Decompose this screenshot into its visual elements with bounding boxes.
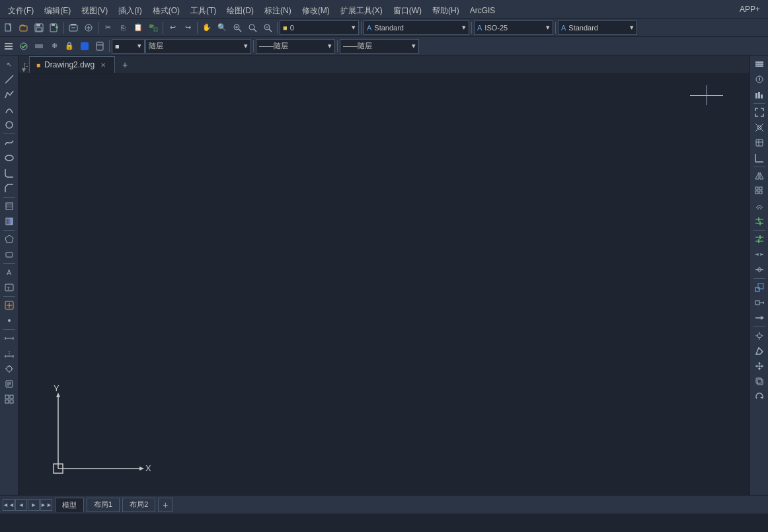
region-button[interactable] [2,232,17,247]
rt-explode-button[interactable] [752,328,767,343]
chamfer-button[interactable] [2,181,17,196]
new-button[interactable] [1,20,16,35]
menu-app[interactable]: APP+ [734,3,765,15]
layer-state-button[interactable] [17,39,31,54]
mtext-button[interactable]: T [2,280,17,295]
plot-button[interactable] [66,20,81,35]
open-button[interactable] [17,20,31,35]
zoom-realtime[interactable] [230,20,245,35]
layout2-tab[interactable]: 布局2 [122,498,155,512]
rt-chart-button[interactable] [752,87,767,102]
rt-lengthen-button[interactable] [752,311,767,325]
menu-view[interactable]: 视图(V) [76,0,113,19]
add-layout-button[interactable]: + [158,498,173,512]
fillet-button[interactable] [2,166,17,180]
layout1-tab[interactable]: 布局1 [87,498,120,512]
select-button[interactable]: ↖ [2,57,17,71]
menu-edit[interactable]: 编辑(E) [39,0,76,19]
text-button[interactable]: A [2,265,17,280]
rt-recover-button[interactable] [752,135,767,150]
rt-break-button[interactable] [752,247,767,262]
layer-freeze-button[interactable]: ❄ [47,39,61,54]
measure-button[interactable] [2,331,17,346]
rt-extend-button[interactable] [752,232,767,247]
zoom-button[interactable]: 🔍 [215,20,229,35]
polyline-button[interactable] [2,87,17,102]
hatch-button[interactable] [2,199,17,213]
menu-exttools[interactable]: 扩展工具(X) [335,0,388,19]
pan-button[interactable]: ✋ [200,20,214,35]
publish-button[interactable] [81,20,96,35]
line-button[interactable] [2,72,17,87]
matchprop-button[interactable] [146,20,161,35]
menu-tools[interactable]: 工具(T) [185,0,221,19]
layer-dropdown2[interactable]: 随层 ▾ [145,39,251,54]
standard-dropdown[interactable]: A Standard ▾ [558,20,637,35]
insert-block-button[interactable] [2,298,17,313]
dimension-button[interactable] [2,346,17,361]
grid-button[interactable] [2,392,17,406]
canvas-area[interactable]: ▼ ■ Drawing2.dwg ✕ + [-] [俯视] [二维线框] [WC… [19,56,749,495]
iso-dropdown[interactable]: A ISO-25 ▾ [474,20,553,35]
style-dropdown[interactable]: A Standard ▾ [364,20,469,35]
layer-dropdown[interactable]: ■ 0 ▾ [280,20,359,35]
redo-button[interactable]: ↪ [180,20,195,35]
gradient-button[interactable] [2,214,17,229]
cut-button[interactable]: ✂ [100,20,115,35]
layer-color-button[interactable] [77,39,92,54]
menu-insert[interactable]: 插入(I) [113,0,147,19]
menu-dimension[interactable]: 标注(N) [259,0,297,19]
rt-scale-button[interactable] [752,280,767,295]
properties-button[interactable] [2,377,17,391]
color-dropdown[interactable]: ■ ▾ [112,39,145,54]
rt-zoom-extents[interactable] [752,120,767,135]
rt-layers-button[interactable] [752,57,767,71]
rt-join-button[interactable] [752,262,767,277]
menu-file[interactable]: 文件(F) [3,0,39,19]
rt-array-button[interactable] [752,184,767,198]
snap-button[interactable] [2,361,17,376]
menu-window[interactable]: 窗口(W) [388,0,427,19]
point-button[interactable] [2,313,17,328]
rt-trim-button[interactable] [752,214,767,229]
saveas-button[interactable] [47,20,61,35]
menu-draw[interactable]: 绘图(D) [221,0,259,19]
ellipse-button[interactable] [2,151,17,165]
rt-mirror-button[interactable] [752,169,767,183]
undo-button[interactable]: ↩ [165,20,180,35]
nav-prev-button[interactable]: ◄ [15,499,27,511]
rt-erase-button[interactable] [752,344,767,358]
spline-button[interactable] [2,135,17,150]
layer-lock-button[interactable]: 🔒 [62,39,77,54]
layer-off-button[interactable] [32,39,46,54]
zoom-window[interactable] [245,20,260,35]
save-button[interactable] [32,20,46,35]
rt-offset-button[interactable] [752,199,767,213]
menu-arcgis[interactable]: ArcGIS [465,0,501,19]
copy-button[interactable]: ⎘ [116,20,130,35]
rt-properties-button[interactable] [752,72,767,87]
lineweight-dropdown[interactable]: ——随层 ▾ [340,39,419,54]
rt-rotate-button[interactable] [752,389,767,404]
rt-zoom-all[interactable] [752,105,767,120]
arc-button[interactable] [2,102,17,117]
model-tab[interactable]: 模型 [55,498,84,512]
rt-ortho-button[interactable] [752,151,767,165]
rt-move-button[interactable] [752,359,767,373]
nav-next-button[interactable]: ► [28,499,40,511]
layer-manager-button[interactable] [1,39,16,54]
wipeout-button[interactable] [2,247,17,262]
new-tab-button[interactable]: + [116,56,134,73]
zoom-prev[interactable] [260,20,275,35]
paste-button[interactable]: 📋 [131,20,145,35]
nav-first-button[interactable]: ◄◄ [3,499,15,511]
layer-isolate-button[interactable] [93,39,107,54]
menu-help[interactable]: 帮助(H) [427,0,465,19]
nav-last-button[interactable]: ►► [40,499,52,511]
linetype-dropdown[interactable]: ——随层 ▾ [256,39,335,54]
circle-button[interactable] [2,118,17,132]
rt-copy-button[interactable] [752,374,767,389]
menu-format[interactable]: 格式(O) [147,0,185,19]
menu-modify[interactable]: 修改(M) [297,0,335,19]
tab-close-button[interactable]: ✕ [98,60,108,69]
